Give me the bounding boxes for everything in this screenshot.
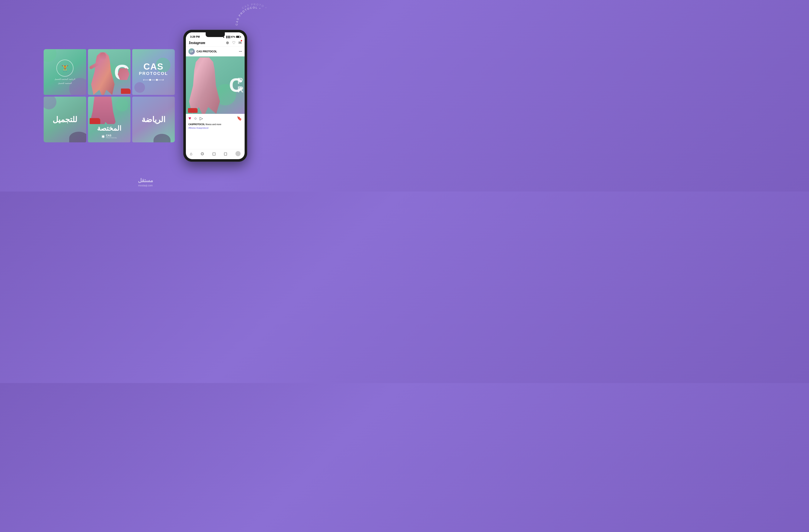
status-time: 3:29 PM bbox=[190, 35, 200, 38]
post-image: C P R bbox=[186, 56, 245, 114]
shoe-red bbox=[90, 118, 100, 124]
cas-logo-text: CAS PROTOCOL bbox=[106, 134, 117, 139]
profile-left: CP CAS PROTOCOL bbox=[188, 48, 217, 55]
bookmark-icon[interactable]: 🔖 bbox=[237, 116, 242, 121]
mountain-shape bbox=[154, 134, 171, 142]
username: CAS PROTOCOL bbox=[196, 50, 217, 53]
messenger-icon[interactable]: ✉ bbox=[238, 40, 242, 45]
dumbbell-circle: 🏋 bbox=[56, 59, 73, 77]
nav-shop-icon[interactable]: ◻ bbox=[212, 151, 216, 156]
dumbbell-decorative: ⸗—●—●—⸗ bbox=[143, 77, 164, 82]
battery-tip bbox=[240, 36, 241, 37]
share-icon[interactable]: ▷ bbox=[200, 116, 203, 121]
avatar: CP bbox=[188, 48, 195, 55]
panel-top-right: CAS PROTOCOL ⸗—●—●—⸗ bbox=[132, 49, 175, 95]
profile-bar: CP CAS PROTOCOL ··· bbox=[186, 47, 245, 56]
battery-indicator bbox=[236, 36, 240, 38]
notification-dot bbox=[241, 40, 242, 41]
blob bbox=[44, 96, 56, 109]
phone-notch bbox=[206, 32, 225, 37]
panel-3-content: CAS PROTOCOL ⸗—●—●—⸗ bbox=[139, 49, 168, 95]
ig-bottom-nav: ⌂ ⊙ ◻ ◻ bbox=[186, 149, 245, 159]
post-shoe-left bbox=[188, 108, 197, 113]
instagram-header: Instagram ⊕ ♡ ✉ bbox=[186, 39, 245, 47]
dumbbell-icon: 🏋 bbox=[61, 65, 69, 71]
phone-mockup: 3:29 PM ▲ ▐▐▐ 87% Instagram ⊕ ♡ bbox=[183, 30, 247, 162]
woman-knee-shape bbox=[118, 68, 130, 80]
battery-fill bbox=[236, 36, 239, 38]
arabic-title-beauty: للتجميل bbox=[53, 115, 77, 124]
nav-search-icon[interactable]: ⊙ bbox=[201, 151, 204, 156]
phone-screen: 3:29 PM ▲ ▐▐▐ 87% Instagram ⊕ ♡ bbox=[186, 32, 245, 159]
curved-text-1: CAS PROTOCOL • bbox=[235, 6, 261, 25]
cas-text: CAS bbox=[143, 62, 164, 71]
nav-home-icon[interactable]: ⌂ bbox=[190, 151, 192, 156]
panel-top-middle: C bbox=[88, 49, 131, 95]
panel-top-left: 🏋 الرياضة المختصة للتجميل المختصة للتجمي… bbox=[44, 49, 86, 95]
add-post-icon[interactable]: ⊕ bbox=[226, 40, 229, 45]
ig-caption: CASPROTOCOL fitness and more bbox=[186, 123, 245, 127]
panel-bottom-left: للتجميل bbox=[44, 96, 86, 142]
status-icons: ▲ ▐▐▐ 87% bbox=[223, 36, 240, 38]
watermark: مستقل mostaql.com bbox=[138, 177, 153, 187]
caption-text: fitness and more bbox=[205, 123, 221, 126]
protocol-text: PROTOCOL bbox=[139, 71, 168, 76]
cas-logo: ✱ CAS PROTOCOL bbox=[101, 134, 117, 139]
ig-header-icons: ⊕ ♡ ✉ bbox=[226, 40, 242, 45]
cas-figure-icon: ✱ bbox=[101, 134, 105, 139]
nav-profile-icon[interactable] bbox=[236, 151, 241, 156]
post-woman-figure bbox=[189, 57, 220, 114]
cas-logo-tagline: PROTOCOL bbox=[106, 137, 117, 139]
more-options-icon[interactable]: ··· bbox=[239, 49, 242, 54]
woman-head-shape bbox=[100, 52, 106, 60]
ig-actions: ♥ ○ ▷ 🔖 bbox=[186, 114, 245, 123]
panel-1-arabic-text: الرياضة المختصة للتجميل bbox=[54, 78, 75, 81]
comment-icon[interactable]: ○ bbox=[194, 116, 197, 121]
panels-grid: 🏋 الرياضة المختصة للتجميل المختصة للتجمي… bbox=[44, 49, 175, 142]
watermark-arabic: مستقل bbox=[138, 177, 153, 183]
arabic-title-sports: الرياضة bbox=[141, 115, 166, 124]
battery-percent: 87% bbox=[231, 36, 235, 38]
instagram-logo: Instagram bbox=[189, 41, 205, 45]
post-letter-p: P R bbox=[237, 77, 244, 94]
caption-username: CASPROTOCOL bbox=[188, 123, 205, 126]
heart-icon[interactable]: ♡ bbox=[232, 40, 236, 45]
ig-actions-left: ♥ ○ ▷ bbox=[188, 116, 203, 121]
panel-bottom-right: الرياضة bbox=[132, 96, 175, 142]
panel-bottom-middle: المختصة ✱ CAS PROTOCOL bbox=[88, 96, 131, 142]
woman-figure bbox=[88, 49, 131, 95]
like-icon[interactable]: ♥ bbox=[188, 116, 191, 121]
signal-icon: ▐▐▐ bbox=[226, 36, 230, 38]
woman-continuation bbox=[88, 96, 131, 124]
nav-bag-icon[interactable]: ◻ bbox=[224, 151, 227, 156]
panel-1-arabic-text-2: المختصة للتجميل bbox=[58, 82, 72, 85]
panel-1-content: 🏋 الرياضة المختصة للتجميل المختصة للتجمي… bbox=[44, 49, 86, 95]
mountain-blob bbox=[69, 132, 86, 142]
main-content: 🏋 الرياضة المختصة للتجميل المختصة للتجمي… bbox=[44, 30, 247, 162]
watermark-url: mostaql.com bbox=[138, 184, 153, 187]
arabic-title-specialized: المختصة bbox=[97, 124, 121, 132]
woman-shoe-shape bbox=[121, 89, 131, 94]
ig-hashtags: #fitness #casprotocol bbox=[186, 127, 245, 129]
